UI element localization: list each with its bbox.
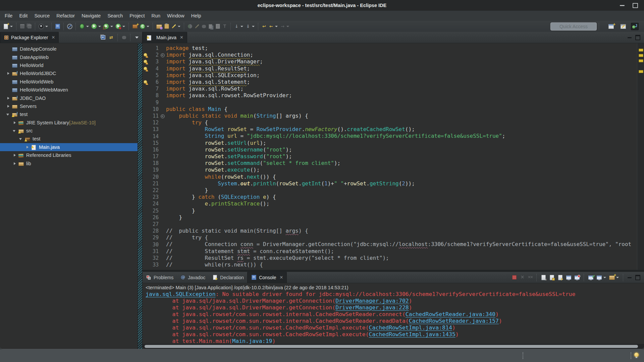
search-icon[interactable] bbox=[170, 22, 182, 31]
stack-trace-link[interactable]: java.sql.SQLException bbox=[146, 291, 216, 297]
team-sync-icon[interactable] bbox=[201, 22, 207, 31]
new-java-class-dropdown-icon[interactable] bbox=[147, 26, 149, 27]
tab-declaration[interactable]: Declaration bbox=[209, 272, 247, 283]
tree-item-helloworldweb[interactable]: HelloWorldWeb bbox=[0, 78, 138, 86]
prev-annotation-dropdown-icon[interactable] bbox=[252, 26, 255, 27]
profile-icon[interactable] bbox=[114, 22, 126, 31]
stack-trace-link[interactable]: DriverManager.java:228 bbox=[335, 304, 409, 311]
view-menu-icon[interactable] bbox=[133, 33, 140, 42]
new-console-view-icon[interactable] bbox=[608, 273, 620, 282]
outline-icon[interactable] bbox=[214, 22, 221, 31]
profile-dropdown-icon[interactable] bbox=[122, 26, 125, 27]
compare-icon[interactable] bbox=[207, 22, 214, 31]
menu-file[interactable]: File bbox=[1, 12, 16, 20]
overview-ruler[interactable] bbox=[637, 43, 644, 270]
quick-access-button[interactable]: Quick Access bbox=[550, 22, 597, 31]
open-type-icon[interactable] bbox=[155, 22, 163, 31]
open-task-icon[interactable] bbox=[163, 22, 170, 31]
maximize-view-icon[interactable] bbox=[634, 33, 642, 42]
last-edit-location-icon[interactable]: ↩ bbox=[261, 22, 268, 31]
tree-item-test[interactable]: test bbox=[0, 110, 138, 118]
menu-help[interactable]: Help bbox=[188, 12, 205, 20]
expander-expanded-icon[interactable] bbox=[12, 128, 17, 133]
run-icon[interactable] bbox=[90, 22, 102, 31]
skip-breakpoints-icon[interactable] bbox=[66, 22, 73, 31]
external-tools-icon[interactable] bbox=[186, 22, 194, 31]
new-console-view-dropdown-icon[interactable] bbox=[616, 277, 619, 278]
window-maximize-button[interactable] bbox=[633, 3, 638, 8]
expander-collapsed-icon[interactable] bbox=[12, 120, 17, 125]
menu-refactor[interactable]: Refactor bbox=[53, 12, 78, 20]
tree-item-referenced-libraries[interactable]: Referenced Libraries bbox=[0, 151, 138, 159]
tree-item-helloworldjbdc[interactable]: HelloWorldJBDC bbox=[0, 69, 138, 77]
stack-trace-link[interactable]: Main.java:19 bbox=[232, 338, 272, 344]
user-profile-icon[interactable] bbox=[38, 22, 49, 31]
word-wrap-icon[interactable] bbox=[556, 273, 564, 282]
package-explorer-scrollbar[interactable] bbox=[138, 43, 142, 349]
menu-search[interactable]: Search bbox=[104, 12, 126, 20]
java-perspective-icon[interactable] bbox=[631, 23, 639, 30]
link-with-editor-icon[interactable]: ⇄ bbox=[108, 33, 115, 42]
annotate-icon[interactable] bbox=[194, 22, 201, 31]
pin-console-icon[interactable] bbox=[565, 273, 573, 282]
open-perspective-icon[interactable] bbox=[607, 22, 615, 31]
tree-item-dateappweb[interactable]: DateAppWeb bbox=[0, 53, 138, 61]
tree-item-helloworld[interactable]: HelloWorld bbox=[0, 61, 138, 69]
new-wizard-dropdown-icon[interactable] bbox=[10, 26, 13, 27]
close-icon[interactable]: ✕ bbox=[52, 35, 55, 40]
tree-item-dateappconsole[interactable]: DateAppConsole bbox=[0, 45, 138, 53]
tab-console[interactable]: Console✕ bbox=[247, 272, 287, 283]
expander-collapsed-icon[interactable] bbox=[25, 145, 30, 149]
coverage-dropdown-icon[interactable] bbox=[110, 26, 113, 27]
close-icon[interactable]: ✕ bbox=[180, 35, 183, 40]
console-icon[interactable] bbox=[54, 22, 61, 31]
menu-source[interactable]: Source bbox=[31, 12, 53, 20]
debug-dropdown-icon[interactable] bbox=[86, 26, 89, 27]
next-annotation-dropdown-icon[interactable] bbox=[240, 26, 243, 27]
coverage-icon[interactable] bbox=[102, 22, 114, 31]
user-profile-dropdown-icon[interactable] bbox=[45, 26, 48, 27]
menu-edit[interactable]: Edit bbox=[16, 12, 31, 20]
expander-expanded-icon[interactable] bbox=[19, 136, 23, 141]
minimize-view-icon[interactable] bbox=[626, 273, 633, 282]
expander-collapsed-icon[interactable] bbox=[12, 153, 17, 158]
tree-item-src[interactable]: src bbox=[0, 127, 138, 135]
tree-item-lib[interactable]: lib bbox=[0, 159, 138, 167]
menu-window[interactable]: Window bbox=[164, 12, 188, 20]
stack-trace-link[interactable]: CachedRowSetReader.java:340 bbox=[406, 311, 495, 317]
debug-icon[interactable] bbox=[78, 22, 90, 31]
console-horizontal-scrollbar[interactable] bbox=[145, 345, 638, 348]
terminate-icon[interactable] bbox=[511, 273, 518, 282]
tab-main-java[interactable]: Main.java ✕ bbox=[143, 32, 187, 43]
menu-project[interactable]: Project bbox=[126, 12, 148, 20]
next-annotation-icon[interactable]: ↓ bbox=[233, 22, 245, 31]
stack-trace-link[interactable]: CachedRowSetImpl.java:814 bbox=[369, 324, 452, 331]
warning-marker[interactable] bbox=[639, 54, 643, 57]
display-selected-console-icon[interactable] bbox=[587, 273, 595, 282]
tab-javadoc[interactable]: @Javadoc bbox=[177, 272, 209, 283]
forward-dropdown-icon[interactable] bbox=[286, 26, 289, 27]
focus-icon[interactable] bbox=[121, 33, 127, 42]
stack-trace-link[interactable]: CachedRowSetImpl.java:1435 bbox=[369, 331, 455, 338]
forward-icon[interactable]: → bbox=[279, 22, 290, 31]
tree-item-servers[interactable]: Servers bbox=[0, 102, 138, 110]
tree-item-test[interactable]: test bbox=[0, 135, 138, 143]
console-output[interactable]: java.sql.SQLException: No suitable drive… bbox=[143, 291, 644, 345]
back-dropdown-icon[interactable] bbox=[275, 26, 278, 27]
open-console-dropdown-icon[interactable] bbox=[603, 277, 606, 278]
stack-trace-link[interactable]: DriverManager.java:702 bbox=[335, 298, 409, 304]
expander-collapsed-icon[interactable] bbox=[12, 161, 17, 166]
scroll-lock-icon[interactable] bbox=[548, 273, 556, 282]
clear-console-icon[interactable] bbox=[540, 273, 547, 282]
open-console-icon[interactable] bbox=[595, 273, 607, 282]
save-icon[interactable] bbox=[19, 22, 26, 31]
tree-item-main-java[interactable]: Main.java bbox=[0, 143, 138, 151]
tab-package-explorer[interactable]: Package Explorer ✕ bbox=[0, 32, 59, 43]
window-minimize-button[interactable] bbox=[620, 5, 625, 6]
prev-annotation-icon[interactable]: ⇓ bbox=[245, 22, 256, 31]
expander-collapsed-icon[interactable] bbox=[6, 71, 11, 76]
tree-item-jre-system-library[interactable]: JRE System Library [JavaSE-10] bbox=[0, 119, 138, 127]
show-stdout-icon[interactable] bbox=[573, 273, 581, 282]
warning-marker[interactable] bbox=[639, 70, 643, 73]
warning-marker[interactable] bbox=[639, 59, 643, 62]
